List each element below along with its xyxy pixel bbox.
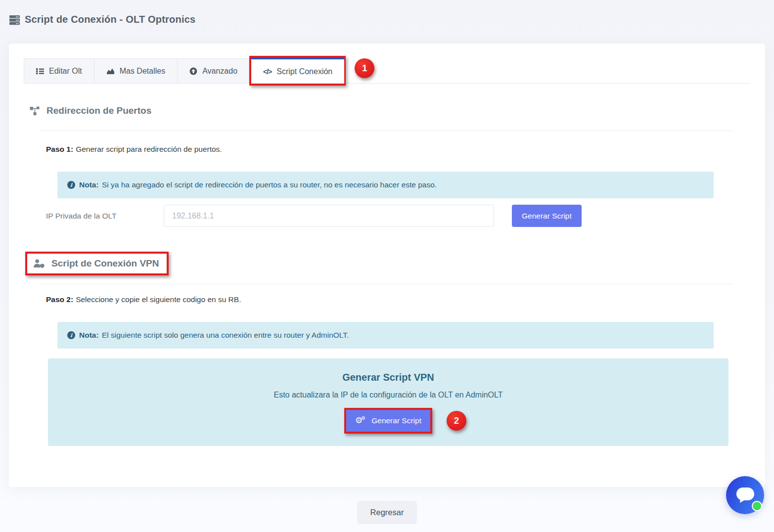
annotation-step-1: 1 xyxy=(355,58,374,78)
note-vpn-script: i Nota: El siguiente script solo genera … xyxy=(57,322,714,349)
step-2-text: Paso 2:Seleccione y copie el siguiente c… xyxy=(46,295,750,304)
chart-area-icon xyxy=(106,67,115,75)
section-title: Redireccion de Puertos xyxy=(46,105,151,116)
vpn-generate-panel: Generar Script VPN Esto actualizara la I… xyxy=(48,358,728,446)
arrow-circle-up-icon xyxy=(189,67,197,75)
annotation-step-2: 2 xyxy=(447,411,466,431)
vpn-button-row: ⚙⚙ Generar Script 2 xyxy=(48,408,728,434)
note-port-redirect: i Nota: Si ya ha agregado el script de r… xyxy=(57,172,714,198)
user-shield-icon xyxy=(33,259,45,268)
divider xyxy=(39,284,732,284)
regresar-button[interactable]: Regresar xyxy=(357,501,417,524)
annotation-box-vpn-heading: Script de Conexión VPN xyxy=(25,252,169,275)
page-title: Script de Conexión - OLT Optronics xyxy=(25,14,195,25)
info-icon: i xyxy=(67,331,75,339)
tab-editar-olt[interactable]: Editar Olt xyxy=(24,58,94,83)
tab-label: Avanzado xyxy=(202,67,237,76)
tab-avanzado[interactable]: Avanzado xyxy=(177,58,250,83)
annotation-box-generate-button: ⚙⚙ Generar Script xyxy=(344,408,432,434)
online-status-dot xyxy=(752,501,762,511)
list-icon xyxy=(36,67,44,75)
ip-form-row: IP Privada de la OLT Generar Script xyxy=(46,205,750,227)
panel-subtitle: Esto actualizara la IP de la configuraci… xyxy=(48,391,728,399)
tab-bar: Editar Olt Mas Detalles Avanzado </> S xyxy=(24,44,750,84)
sitemap-icon xyxy=(30,106,40,116)
tab-mas-detalles[interactable]: Mas Detalles xyxy=(94,58,178,83)
tab-label: Mas Detalles xyxy=(120,67,165,76)
ip-private-label: IP Privada de la OLT xyxy=(46,212,164,221)
annotation-box-active-tab: </> Script Conexión xyxy=(249,56,346,86)
tab-label: Script Conexión xyxy=(276,67,332,76)
ports-section-heading: Redireccion de Puertos xyxy=(30,105,750,116)
main-card: Editar Olt Mas Detalles Avanzado </> S xyxy=(9,44,765,487)
generate-vpn-script-button[interactable]: ⚙⚙ Generar Script xyxy=(346,410,430,432)
tab-label: Editar Olt xyxy=(49,67,82,76)
panel-title: Generar Script VPN xyxy=(48,372,728,383)
chat-widget-button[interactable] xyxy=(726,476,764,514)
section-title: Script de Conexión VPN xyxy=(51,258,159,269)
generate-port-script-button[interactable]: Generar Script xyxy=(512,205,582,227)
chat-bubble-icon xyxy=(735,487,755,504)
code-icon: </> xyxy=(263,68,272,76)
vpn-section-heading: Script de Conexión VPN xyxy=(33,258,159,269)
page-header: Script de Conexión - OLT Optronics xyxy=(0,0,774,44)
gears-icon: ⚙⚙ xyxy=(355,416,367,425)
step-1-text: Paso 1:Generar script para redirección d… xyxy=(46,145,750,154)
tab-script-conexion[interactable]: </> Script Conexión xyxy=(251,58,344,84)
ip-private-input[interactable] xyxy=(164,205,494,227)
server-icon xyxy=(9,14,20,26)
divider xyxy=(39,131,732,131)
info-icon: i xyxy=(67,181,75,189)
